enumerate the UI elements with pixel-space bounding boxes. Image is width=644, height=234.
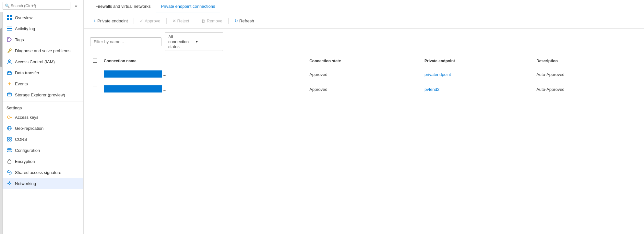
sidebar-item-transfer[interactable]: Data transfer bbox=[3, 67, 83, 78]
svg-point-27 bbox=[9, 183, 10, 184]
sidebar-item-networking[interactable]: Networking bbox=[3, 178, 83, 189]
chevron-down-icon: ▼ bbox=[195, 40, 220, 43]
svg-rect-0 bbox=[7, 15, 9, 17]
tag-icon bbox=[6, 37, 12, 43]
refresh-icon: ↻ bbox=[234, 18, 238, 23]
row-connection-name: ... bbox=[100, 82, 305, 97]
main-content: Firewalls and virtual networks Private e… bbox=[84, 0, 644, 234]
sidebar-item-iam[interactable]: Access Control (IAM) bbox=[3, 56, 83, 67]
x-icon: ✕ bbox=[173, 18, 176, 23]
settings-section-header: Settings bbox=[3, 102, 83, 112]
svg-point-8 bbox=[8, 38, 9, 39]
svg-rect-25 bbox=[8, 161, 11, 163]
sidebar-item-activity-log[interactable]: Activity log bbox=[3, 23, 83, 34]
svg-rect-6 bbox=[7, 30, 12, 31]
svg-rect-2 bbox=[7, 18, 9, 20]
sidebar-item-storage-explorer[interactable]: Storage Explorer (preview) bbox=[3, 89, 83, 100]
svg-rect-11 bbox=[7, 72, 11, 75]
header-connection-state: Connection state bbox=[305, 55, 421, 67]
table-header-row: Connection name Connection state Private… bbox=[90, 55, 638, 67]
connection-state-dropdown[interactable]: All connection states ▼ bbox=[165, 32, 223, 51]
sidebar-item-geo-replication[interactable]: Geo-replication bbox=[3, 123, 83, 134]
sidebar-item-diagnose[interactable]: Diagnose and solve problems bbox=[3, 45, 83, 56]
separator-1 bbox=[134, 18, 134, 24]
collapse-button[interactable]: « bbox=[72, 3, 81, 8]
wrench-icon bbox=[6, 48, 12, 54]
sidebar-item-sas[interactable]: Shared access signature bbox=[3, 167, 83, 178]
remove-button[interactable]: 🗑 Remove bbox=[198, 17, 225, 25]
row-private-endpoint: pvtend2 bbox=[421, 82, 532, 97]
list-icon bbox=[6, 26, 12, 31]
sidebar-item-label: Access keys bbox=[15, 115, 38, 120]
separator-4 bbox=[228, 18, 229, 24]
sidebar-item-label: Encryption bbox=[15, 159, 35, 164]
checkmark-icon: ✓ bbox=[140, 18, 143, 23]
sidebar-item-label: Shared access signature bbox=[15, 170, 61, 175]
sidebar-scrollbar[interactable] bbox=[0, 12, 3, 234]
sidebar-item-label: Configuration bbox=[15, 148, 40, 153]
add-label: Private endpoint bbox=[97, 18, 128, 23]
row-connection-state: Approved bbox=[305, 82, 421, 97]
sidebar-item-label: Tags bbox=[15, 37, 24, 42]
network-icon bbox=[6, 180, 12, 186]
row-description: Auto-Approved bbox=[532, 67, 638, 82]
select-all-checkbox[interactable] bbox=[93, 58, 97, 63]
name-ellipsis: ... bbox=[163, 72, 166, 77]
svg-rect-22 bbox=[10, 140, 11, 141]
person-icon bbox=[6, 59, 12, 65]
lock-icon bbox=[6, 158, 12, 164]
sidebar-item-events[interactable]: Events bbox=[3, 78, 83, 89]
sidebar-item-label: Networking bbox=[15, 181, 36, 186]
svg-rect-24 bbox=[7, 151, 11, 152]
sidebar-item-overview[interactable]: Overview bbox=[3, 12, 83, 23]
row-checkbox[interactable] bbox=[93, 72, 97, 76]
approve-button[interactable]: ✓ Approve bbox=[137, 17, 163, 25]
header-private-endpoint: Private endpoint bbox=[421, 55, 532, 67]
sidebar-item-tags[interactable]: Tags bbox=[3, 34, 83, 45]
private-endpoint-link[interactable]: pvtend2 bbox=[424, 87, 439, 92]
sidebar-item-label: CORS bbox=[15, 137, 27, 142]
svg-rect-19 bbox=[7, 137, 9, 139]
approve-label: Approve bbox=[145, 18, 160, 23]
svg-rect-3 bbox=[10, 18, 12, 20]
sidebar-nav: Overview Activity log Tags bbox=[3, 12, 83, 234]
refresh-button[interactable]: ↻ Refresh bbox=[231, 17, 257, 25]
filter-input[interactable] bbox=[90, 37, 161, 46]
sidebar-item-access-keys[interactable]: Access keys bbox=[3, 112, 83, 123]
filter-row: All connection states ▼ bbox=[84, 29, 644, 55]
toolbar: + Private endpoint ✓ Approve ✕ Reject 🗑 … bbox=[84, 13, 644, 29]
name-ellipsis: ... bbox=[163, 87, 166, 92]
connection-name-bar bbox=[104, 70, 162, 78]
row-connection-name: ... bbox=[100, 67, 305, 82]
svg-rect-5 bbox=[7, 28, 12, 29]
row-checkbox-cell bbox=[90, 82, 100, 97]
reject-button[interactable]: ✕ Reject bbox=[169, 17, 193, 25]
sidebar-item-encryption[interactable]: Encryption bbox=[3, 156, 83, 167]
lightning-icon bbox=[6, 81, 12, 87]
sidebar-item-label: Storage Explorer (preview) bbox=[15, 92, 65, 97]
sidebar-item-label: Data transfer bbox=[15, 70, 39, 75]
globe-icon bbox=[6, 125, 12, 131]
svg-rect-21 bbox=[7, 140, 9, 141]
add-private-endpoint-button[interactable]: + Private endpoint bbox=[90, 17, 131, 25]
sidebar-item-cors[interactable]: CORS bbox=[3, 134, 83, 145]
svg-rect-1 bbox=[10, 15, 12, 17]
svg-rect-4 bbox=[7, 27, 12, 27]
row-checkbox-cell bbox=[90, 67, 100, 82]
remove-label: Remove bbox=[207, 18, 222, 23]
sliders-icon bbox=[6, 147, 12, 153]
svg-marker-7 bbox=[7, 38, 11, 42]
tab-firewalls[interactable]: Firewalls and virtual networks bbox=[90, 0, 156, 13]
cors-icon bbox=[6, 136, 12, 142]
private-endpoint-link[interactable]: privatendpoint bbox=[424, 72, 451, 77]
search-input[interactable] bbox=[3, 2, 70, 10]
key-icon bbox=[6, 114, 12, 120]
sidebar-item-configuration[interactable]: Configuration bbox=[3, 145, 83, 156]
row-checkbox[interactable] bbox=[93, 87, 97, 91]
trash-icon: 🗑 bbox=[201, 18, 205, 23]
tab-private-endpoints[interactable]: Private endpoint connections bbox=[156, 0, 221, 13]
grid-icon bbox=[6, 15, 12, 20]
row-description: Auto-Approved bbox=[532, 82, 638, 97]
tabs-bar: Firewalls and virtual networks Private e… bbox=[84, 0, 644, 13]
plus-icon: + bbox=[93, 18, 96, 23]
